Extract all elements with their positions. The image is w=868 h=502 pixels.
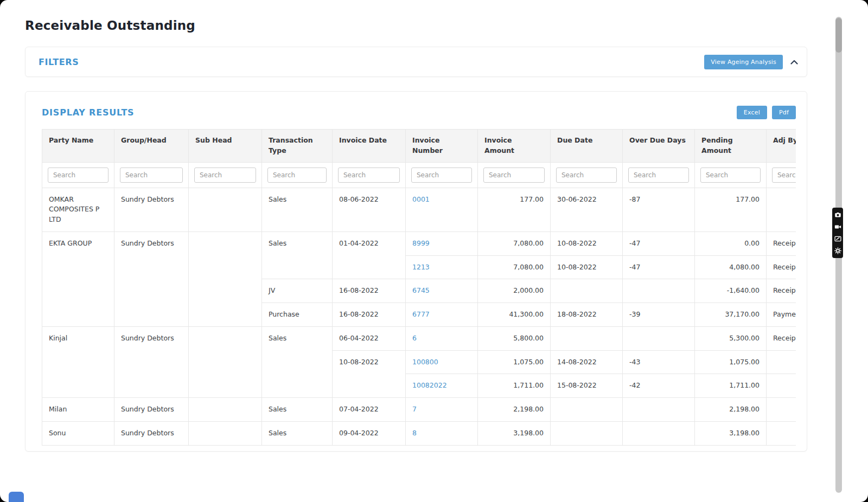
video-camera-icon[interactable] <box>834 223 841 230</box>
table-cell: Kinjal <box>42 326 114 397</box>
table-cell: -43 <box>623 350 695 374</box>
table-cell: 0.00 <box>695 231 767 255</box>
results-header: DISPLAY RESULTS Excel Pdf <box>42 106 796 119</box>
table-cell: 2,198.00 <box>478 398 551 422</box>
view-ageing-analysis-button[interactable]: View Ageing Analysis <box>704 55 783 69</box>
column-search-input[interactable] <box>700 168 761 183</box>
table-cell: 09-04-2022 <box>333 421 406 445</box>
table-row: SonuSundry DebtorsSales09-04-202283,198.… <box>42 421 796 445</box>
gear-icon[interactable] <box>834 247 841 254</box>
table-cell: 2,198.00 <box>695 398 767 422</box>
results-table: Party NameGroup/HeadSub HeadTransaction … <box>42 129 796 446</box>
table-cell: JV <box>262 279 333 303</box>
invoice-number-link[interactable]: 7 <box>406 398 478 422</box>
table-cell: 08-06-2022 <box>333 188 406 231</box>
table-cell <box>623 398 695 422</box>
table-cell: Receipt <box>767 279 796 303</box>
column-search-input[interactable] <box>411 168 472 183</box>
table-cell: -47 <box>623 231 695 255</box>
table-row: EKTA GROUPSundry DebtorsSales01-04-20228… <box>42 231 796 255</box>
header-row: Party NameGroup/HeadSub HeadTransaction … <box>42 130 796 163</box>
table-cell: Sales <box>262 421 333 445</box>
table-cell: 1,711.00 <box>695 374 767 398</box>
chat-widget-button[interactable] <box>9 492 24 502</box>
invoice-number-link[interactable]: 6745 <box>406 279 478 303</box>
camera-icon[interactable] <box>834 211 841 218</box>
table-cell: -42 <box>623 374 695 398</box>
table-cell: 14-08-2022 <box>551 350 623 374</box>
table-cell: -39 <box>623 303 695 327</box>
table-cell: 10-08-2022 <box>551 255 623 279</box>
search-cell <box>767 162 796 188</box>
annotate-icon[interactable] <box>834 235 841 242</box>
column-header: Invoice Number <box>406 130 478 163</box>
capture-toolbar <box>832 208 843 258</box>
table-cell: Sales <box>262 188 333 231</box>
table-cell: -1,640.00 <box>695 279 767 303</box>
invoice-number-link[interactable]: 6777 <box>406 303 478 327</box>
table-cell: 2,000.00 <box>478 279 551 303</box>
table-cell <box>767 374 796 398</box>
table-row: OMKAR COMPOSITES P LTDSundry DebtorsSale… <box>42 188 796 231</box>
invoice-number-link[interactable]: 8999 <box>406 231 478 255</box>
invoice-number-link[interactable]: 1213 <box>406 255 478 279</box>
table-cell: Sales <box>262 326 333 397</box>
table-cell <box>189 398 262 422</box>
invoice-number-link[interactable]: 0001 <box>406 188 478 231</box>
table-cell: Sales <box>262 231 333 279</box>
table-cell: 06-04-2022 <box>333 326 406 350</box>
column-search-input[interactable] <box>483 168 545 183</box>
column-search-input[interactable] <box>120 168 183 183</box>
table-cell: Receipt <box>767 326 796 350</box>
table-cell: -87 <box>623 188 695 231</box>
table-cell: Sundry Debtors <box>114 421 189 445</box>
pdf-export-button[interactable]: Pdf <box>772 106 796 119</box>
table-cell: 15-08-2022 <box>551 374 623 398</box>
export-buttons: Excel Pdf <box>737 106 796 119</box>
invoice-number-link[interactable]: 6 <box>406 326 478 350</box>
table-cell <box>767 188 796 231</box>
table-cell <box>189 421 262 445</box>
search-cell <box>189 162 262 188</box>
column-search-input[interactable] <box>628 168 689 183</box>
table-row: MilanSundry DebtorsSales07-04-202272,198… <box>42 398 796 422</box>
table-cell: EKTA GROUP <box>42 231 114 326</box>
filters-actions: View Ageing Analysis <box>704 55 798 69</box>
invoice-number-link[interactable]: 100800 <box>406 350 478 374</box>
column-search-input[interactable] <box>194 168 256 183</box>
table-cell: 1,711.00 <box>478 374 551 398</box>
scrollbar-thumb[interactable] <box>835 18 842 53</box>
table-cell: 177.00 <box>695 188 767 231</box>
table-cell <box>623 279 695 303</box>
table-cell: 3,198.00 <box>695 421 767 445</box>
table-cell: 01-04-2022 <box>333 231 406 279</box>
table-cell: Sales <box>262 398 333 422</box>
results-table-body: OMKAR COMPOSITES P LTDSundry DebtorsSale… <box>42 188 796 445</box>
invoice-number-link[interactable]: 8 <box>406 421 478 445</box>
table-cell: Milan <box>42 398 114 422</box>
search-cell <box>623 162 695 188</box>
table-cell <box>623 326 695 350</box>
page-title: Receivable Outstanding <box>25 18 807 33</box>
table-cell: Sonu <box>42 421 114 445</box>
column-search-input[interactable] <box>338 168 400 183</box>
table-cell: OMKAR COMPOSITES P LTD <box>42 188 114 231</box>
column-header: Pending Amount <box>695 130 767 163</box>
column-search-input[interactable] <box>48 168 108 183</box>
table-cell: Receipt <box>767 231 796 255</box>
collapse-panel-chevron-icon[interactable] <box>790 60 798 65</box>
column-header: Group/Head <box>114 130 189 163</box>
table-cell: 3,198.00 <box>478 421 551 445</box>
search-cell <box>406 162 478 188</box>
invoice-number-link[interactable]: 10082022 <box>406 374 478 398</box>
table-row: KinjalSundry DebtorsSales06-04-202265,80… <box>42 326 796 350</box>
table-cell: 4,080.00 <box>695 255 767 279</box>
table-cell: 5,300.00 <box>695 326 767 350</box>
column-search-input[interactable] <box>267 168 327 183</box>
column-search-input[interactable] <box>556 168 617 183</box>
filters-heading: FILTERS <box>39 57 79 67</box>
table-cell <box>189 231 262 326</box>
excel-export-button[interactable]: Excel <box>737 106 767 119</box>
column-search-input[interactable] <box>772 168 796 183</box>
table-cell: 16-08-2022 <box>333 279 406 303</box>
